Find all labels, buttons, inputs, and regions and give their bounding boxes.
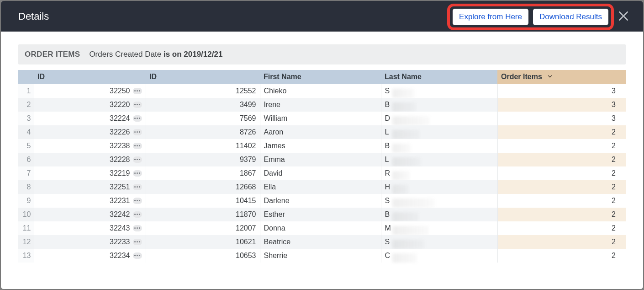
cell-last-name: B bbox=[381, 98, 497, 112]
col-first-name[interactable]: First Name bbox=[260, 70, 381, 84]
table-row: 7322191867DavidR2 bbox=[18, 166, 626, 180]
cell-order-items: 2 bbox=[497, 166, 626, 180]
row-actions-icon[interactable] bbox=[133, 225, 142, 231]
cell-id1[interactable]: 32231 bbox=[34, 194, 146, 208]
redacted-text bbox=[392, 212, 419, 221]
cell-id2: 10653 bbox=[146, 249, 260, 263]
redacted-text bbox=[392, 116, 430, 125]
table-row: 13225012552ChiekoS3 bbox=[18, 84, 626, 98]
cell-order-items: 2 bbox=[497, 180, 626, 194]
explore-from-here-button[interactable]: Explore from Here bbox=[453, 9, 528, 25]
cell-id1[interactable]: 32242 bbox=[34, 208, 146, 221]
cell-id2: 11870 bbox=[146, 208, 260, 221]
results-table: ID ID First Name Last Name Order Items bbox=[18, 70, 626, 263]
cell-id2: 7569 bbox=[146, 112, 260, 125]
row-actions-icon[interactable] bbox=[133, 198, 142, 204]
cell-id1[interactable]: 32234 bbox=[34, 249, 146, 263]
modal-header: Details Explore from Here Download Resul… bbox=[1, 1, 643, 32]
row-actions-icon[interactable] bbox=[133, 156, 142, 163]
cell-id2: 10621 bbox=[146, 235, 260, 249]
row-actions-icon[interactable] bbox=[133, 115, 142, 122]
cell-last-name: M bbox=[381, 221, 497, 235]
row-number: 2 bbox=[18, 98, 34, 112]
cell-id1[interactable]: 32219 bbox=[34, 166, 146, 180]
cell-last-name: H bbox=[381, 180, 497, 194]
cell-id1[interactable]: 32238 bbox=[34, 139, 146, 153]
col-id1[interactable]: ID bbox=[34, 70, 146, 84]
redacted-text bbox=[392, 199, 434, 208]
filter-field: Orders Created Date bbox=[89, 50, 161, 59]
redacted-text bbox=[392, 130, 420, 139]
cell-first-name: Chieko bbox=[260, 84, 381, 98]
filter-description: Orders Created Date is on 2019/12/21 bbox=[89, 50, 222, 59]
redacted-text bbox=[392, 253, 417, 263]
cell-last-name: B bbox=[381, 139, 497, 153]
col-id2[interactable]: ID bbox=[146, 70, 260, 84]
cell-last-name: S bbox=[381, 194, 497, 208]
row-number: 4 bbox=[18, 125, 34, 139]
col-order-items[interactable]: Order Items bbox=[497, 70, 626, 84]
row-actions-icon[interactable] bbox=[133, 170, 142, 177]
cell-order-items: 2 bbox=[497, 208, 626, 221]
col-rownum bbox=[18, 70, 34, 84]
redacted-text bbox=[392, 102, 416, 112]
cell-first-name: Donna bbox=[260, 221, 381, 235]
results-table-wrap: ID ID First Name Last Name Order Items bbox=[18, 70, 626, 289]
redacted-text bbox=[392, 89, 414, 98]
modal-body: ORDER ITEMS Orders Created Date is on 20… bbox=[1, 32, 643, 289]
cell-id1[interactable]: 32224 bbox=[34, 112, 146, 125]
cell-first-name: James bbox=[260, 139, 381, 153]
row-actions-icon[interactable] bbox=[133, 143, 142, 149]
cell-id1[interactable]: 32220 bbox=[34, 98, 146, 112]
cell-id2: 9379 bbox=[146, 153, 260, 166]
cell-last-name: L bbox=[381, 125, 497, 139]
row-actions-icon[interactable] bbox=[133, 252, 142, 259]
table-row: 6322289379EmmaL2 bbox=[18, 153, 626, 166]
row-number: 5 bbox=[18, 139, 34, 153]
cell-id2: 11402 bbox=[146, 139, 260, 153]
row-actions-icon[interactable] bbox=[133, 88, 142, 94]
details-modal: Details Explore from Here Download Resul… bbox=[1, 1, 643, 289]
redacted-text bbox=[392, 144, 411, 153]
cell-order-items: 2 bbox=[497, 249, 626, 263]
cell-first-name: Aaron bbox=[260, 125, 381, 139]
table-row: 103224211870EstherB2 bbox=[18, 208, 626, 221]
cell-order-items: 2 bbox=[497, 125, 626, 139]
cell-last-name: C bbox=[381, 249, 497, 263]
row-number: 10 bbox=[18, 208, 34, 221]
chevron-down-icon bbox=[547, 73, 553, 81]
table-row: 113224312007DonnaM2 bbox=[18, 221, 626, 235]
cell-first-name: Ella bbox=[260, 180, 381, 194]
cell-id1[interactable]: 32226 bbox=[34, 125, 146, 139]
table-row: 4322268726AaronL2 bbox=[18, 125, 626, 139]
row-number: 7 bbox=[18, 166, 34, 180]
cell-order-items: 2 bbox=[497, 139, 626, 153]
cell-id1[interactable]: 32250 bbox=[34, 84, 146, 98]
cell-id1[interactable]: 32228 bbox=[34, 153, 146, 166]
row-number: 9 bbox=[18, 194, 34, 208]
col-last-name[interactable]: Last Name bbox=[381, 70, 497, 84]
cell-first-name: Emma bbox=[260, 153, 381, 166]
cell-id2: 8726 bbox=[146, 125, 260, 139]
cell-last-name: S bbox=[381, 235, 497, 249]
cell-id1[interactable]: 32243 bbox=[34, 221, 146, 235]
cell-id2: 12552 bbox=[146, 84, 260, 98]
cell-id2: 10415 bbox=[146, 194, 260, 208]
row-actions-icon[interactable] bbox=[133, 129, 142, 135]
row-actions-icon[interactable] bbox=[133, 102, 142, 108]
row-number: 13 bbox=[18, 249, 34, 263]
cell-first-name: Sherrie bbox=[260, 249, 381, 263]
row-actions-icon[interactable] bbox=[133, 184, 142, 190]
cell-order-items: 2 bbox=[497, 235, 626, 249]
download-results-button[interactable]: Download Results bbox=[533, 9, 608, 25]
col-order-items-label: Order Items bbox=[501, 73, 542, 81]
cell-order-items: 2 bbox=[497, 153, 626, 166]
row-actions-icon[interactable] bbox=[133, 239, 142, 245]
row-actions-icon[interactable] bbox=[133, 211, 142, 218]
cell-id1[interactable]: 32233 bbox=[34, 235, 146, 249]
close-button[interactable] bbox=[617, 9, 630, 23]
action-buttons-highlight: Explore from Here Download Results bbox=[447, 4, 614, 30]
cell-id1[interactable]: 32251 bbox=[34, 180, 146, 194]
filter-bar: ORDER ITEMS Orders Created Date is on 20… bbox=[18, 44, 626, 64]
cell-last-name: D bbox=[381, 112, 497, 125]
